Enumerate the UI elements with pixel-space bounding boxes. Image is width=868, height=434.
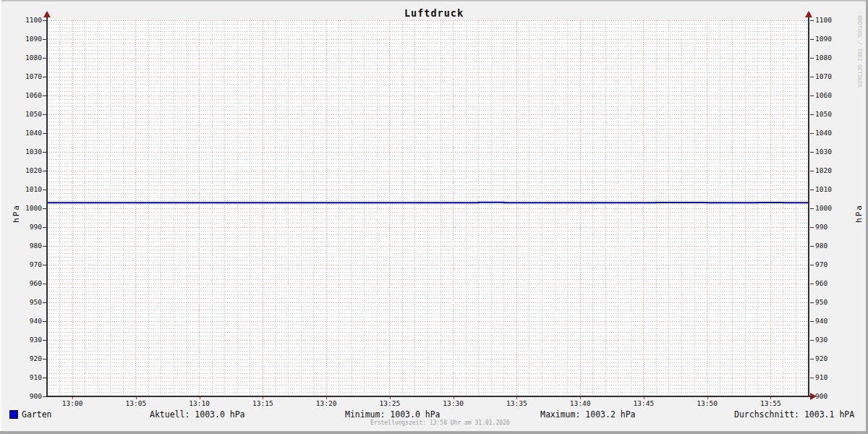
y-tick-label: 910: [815, 373, 844, 382]
y-tick-label: 940: [815, 317, 844, 326]
y-tick-mark: [810, 340, 814, 341]
y-tick-label: 1030: [815, 148, 844, 156]
y-tick-label: 1060: [815, 91, 844, 100]
y-tick-label: 960: [13, 279, 42, 288]
x-tick-label: 13:10: [185, 399, 214, 408]
x-tick-label: 13:55: [756, 399, 785, 408]
y-tick-label: 1090: [815, 35, 844, 43]
x-tick-mark: [644, 397, 644, 399]
y-tick-label: 990: [13, 223, 42, 231]
x-tick-label: 13:30: [439, 399, 468, 408]
y-tick-mark: [43, 227, 46, 228]
x-axis: [46, 396, 812, 397]
y-tick-label: 1100: [13, 16, 42, 25]
y-axis-right: [808, 17, 809, 397]
y-tick-mark: [810, 359, 814, 359]
x-tick-mark: [770, 397, 771, 399]
y-tick-label: 920: [13, 354, 42, 363]
y-tick-mark: [810, 208, 814, 209]
y-tick-label: 1040: [815, 129, 844, 137]
y-tick-mark: [43, 95, 46, 96]
legend-series-label: Garten: [22, 409, 52, 420]
y-tick-mark: [810, 378, 814, 378]
y-tick-label: 960: [815, 279, 844, 288]
legend-color-swatch: [9, 410, 18, 419]
y-tick-label: 950: [815, 298, 844, 307]
x-tick-label: 13:35: [502, 399, 531, 408]
y-tick-mark: [43, 39, 46, 40]
x-tick-mark: [200, 397, 200, 399]
frame-edge-bottom: [0, 431, 868, 434]
y-tick-mark: [43, 396, 46, 397]
y-tick-label: 900: [815, 392, 844, 401]
x-tick-label: 13:15: [248, 399, 277, 408]
y-tick-label: 1000: [815, 204, 844, 213]
y-tick-label: 1020: [13, 166, 42, 175]
y-axis-arrow-up-icon: [805, 11, 812, 17]
y-tick-mark: [43, 20, 46, 21]
y-tick-label: 1040: [13, 129, 42, 137]
series-line-garten: [47, 203, 809, 203]
y-tick-label: 930: [815, 336, 844, 344]
x-tick-mark: [72, 397, 73, 399]
y-tick-mark: [810, 265, 814, 265]
y-tick-mark: [43, 58, 46, 59]
y-tick-mark: [43, 265, 46, 265]
y-tick-mark: [810, 227, 814, 228]
pressure-graph: Luftdruck hPa hPa RRDTOOL / TOBI OETIKER…: [0, 0, 868, 434]
stat-current: Aktuell: 1003.0 hPa: [150, 409, 245, 420]
y-tick-label: 950: [13, 298, 42, 307]
y-tick-label: 1100: [815, 16, 844, 25]
y-tick-mark: [43, 77, 46, 77]
y-tick-mark: [43, 171, 46, 171]
frame-edge-left: [0, 0, 1, 434]
y-tick-label: 900: [13, 392, 42, 401]
stat-maximum: Maximum: 1003.2 hPa: [540, 409, 636, 420]
y-tick-mark: [810, 246, 814, 247]
y-tick-label: 1060: [13, 91, 42, 100]
x-tick-mark: [326, 397, 327, 399]
x-tick-mark: [707, 397, 708, 399]
y-tick-mark: [810, 77, 814, 77]
y-tick-label: 1000: [13, 204, 42, 213]
x-tick-label: 13:00: [58, 399, 87, 408]
y-tick-mark: [810, 190, 814, 190]
stat-average: Durchschnitt: 1003.1 hPA: [734, 409, 854, 420]
x-tick-mark: [263, 397, 263, 399]
y-tick-mark: [810, 302, 814, 303]
y-tick-mark: [810, 171, 814, 171]
y-tick-mark: [43, 246, 46, 247]
y-tick-mark: [810, 133, 814, 134]
y-tick-label: 1010: [815, 185, 844, 194]
y-tick-label: 980: [13, 242, 42, 250]
y-tick-label: 1030: [13, 148, 42, 156]
y-tick-label: 1050: [13, 110, 42, 119]
y-tick-mark: [810, 396, 814, 397]
y-tick-label: 1080: [13, 54, 42, 62]
x-tick-label: 13:40: [566, 399, 595, 408]
x-tick-mark: [516, 397, 517, 399]
y-tick-label: 1070: [815, 72, 844, 81]
y-tick-label: 1020: [815, 166, 844, 175]
y-tick-label: 920: [815, 354, 844, 363]
y-tick-label: 980: [815, 242, 844, 250]
y-tick-mark: [43, 284, 46, 284]
y-tick-label: 1070: [13, 72, 42, 81]
y-tick-label: 970: [815, 260, 844, 269]
stat-minimum: Minimum: 1003.0 hPa: [345, 409, 441, 420]
y-tick-label: 1080: [815, 54, 844, 62]
y-tick-label: 940: [13, 317, 42, 326]
y-axis-unit-right: hPa: [854, 197, 864, 229]
frame-edge-top: [0, 0, 868, 1]
y-tick-mark: [810, 284, 814, 284]
y-tick-label: 970: [13, 260, 42, 269]
y-tick-mark: [810, 20, 814, 21]
y-tick-label: 930: [13, 336, 42, 344]
x-tick-label: 13:50: [693, 399, 722, 408]
x-tick-label: 13:25: [375, 399, 404, 408]
x-tick-label: 13:20: [312, 399, 341, 408]
x-tick-mark: [454, 397, 454, 399]
y-tick-label: 1090: [13, 35, 42, 43]
x-tick-label: 13:45: [629, 399, 658, 408]
y-tick-mark: [810, 114, 814, 115]
